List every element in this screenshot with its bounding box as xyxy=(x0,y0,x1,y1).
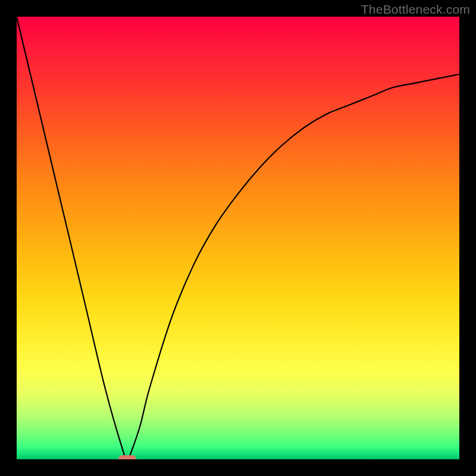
watermark-text: TheBottleneck.com xyxy=(361,2,470,17)
chart-frame: TheBottleneck.com xyxy=(0,0,476,476)
plot-area xyxy=(17,17,459,459)
optimum-marker xyxy=(118,455,136,459)
curve-path xyxy=(17,17,459,459)
bottleneck-curve xyxy=(17,17,459,459)
